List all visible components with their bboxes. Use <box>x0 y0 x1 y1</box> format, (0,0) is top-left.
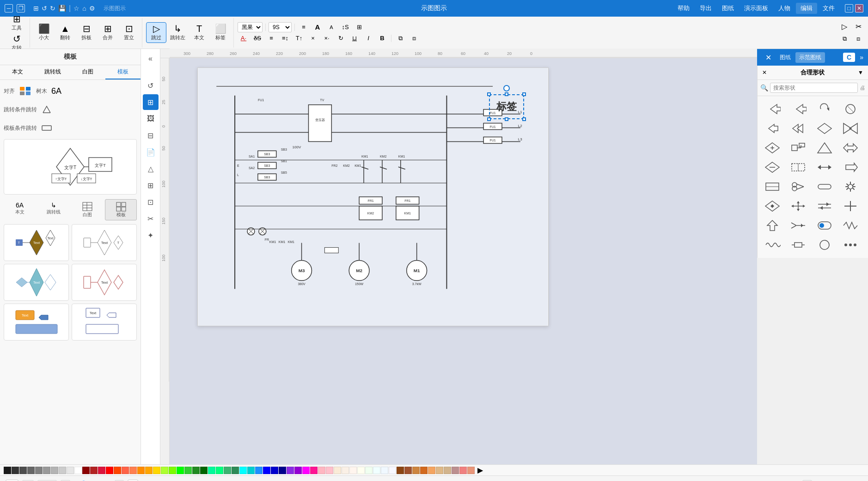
color-swatch[interactable] <box>51 467 58 474</box>
rs-shape-switch[interactable] <box>814 217 835 234</box>
font-size-down-btn[interactable]: A <box>325 22 337 32</box>
selected-text-element[interactable]: 标签 <box>493 98 520 116</box>
rs-shape-coil[interactable] <box>762 237 782 253</box>
rs-shape-arrow-combine[interactable] <box>788 217 808 234</box>
template-thumb-4[interactable]: Text <box>72 264 137 301</box>
shape-type-connector2[interactable]: ↳ 跳转线 <box>37 199 69 220</box>
close-btn[interactable]: ✕ <box>855 4 863 12</box>
maximize-btn[interactable]: □ <box>845 4 853 12</box>
color-swatch[interactable] <box>365 467 373 474</box>
text-color-btn[interactable]: A· <box>238 33 250 43</box>
color-swatch[interactable] <box>98 467 105 474</box>
sidebar-tab-text[interactable]: 本文 <box>0 65 35 79</box>
canvas-main[interactable]: FU1 L1 FU1 L2 FU1 L3 变压器 SB3 <box>170 58 757 464</box>
rs-shape-circle[interactable] <box>840 101 861 117</box>
delta-s-btn[interactable]: ↕S <box>339 22 351 32</box>
color-swatch[interactable] <box>247 467 255 474</box>
select-tool-btn[interactable]: ↺ <box>143 78 159 93</box>
sel-handle-rotate[interactable] <box>503 85 510 91</box>
color-swatch[interactable] <box>467 467 475 474</box>
expand-btn[interactable]: ⊞ <box>353 22 365 32</box>
connector-btn[interactable]: ↳ 跳转左 <box>167 23 188 43</box>
color-swatch[interactable] <box>224 467 231 474</box>
color-swatch[interactable] <box>373 467 380 474</box>
color-swatch[interactable] <box>412 467 420 474</box>
sel-handle-top[interactable] <box>505 92 508 96</box>
color-swatch[interactable] <box>12 467 19 474</box>
restore-btn[interactable]: ❐ <box>17 4 25 12</box>
table-tool-btn[interactable]: ⊞ <box>143 177 159 193</box>
sidebar-tab-table[interactable]: 白图 <box>70 65 105 79</box>
rs-shape-rect-connector[interactable] <box>788 140 808 156</box>
undo-icon[interactable]: ↺ <box>42 5 47 12</box>
color-swatch[interactable] <box>397 467 404 474</box>
color-swatch[interactable] <box>271 467 278 474</box>
color-swatch[interactable] <box>459 467 467 474</box>
rs-shape-resistor[interactable] <box>788 237 808 253</box>
nav-person[interactable]: 人物 <box>774 3 795 14</box>
color-swatch[interactable] <box>302 467 310 474</box>
color-swatch[interactable] <box>310 467 318 474</box>
color-swatch[interactable] <box>59 467 66 474</box>
color-swatch[interactable] <box>106 467 113 474</box>
rs-shape-arrow-left-outline[interactable] <box>788 101 808 117</box>
sel-handle-br[interactable] <box>522 117 526 121</box>
color-swatch[interactable] <box>114 467 121 474</box>
data-tool-btn[interactable]: 📄 <box>143 144 159 160</box>
rs-shape-diamond-outline[interactable] <box>814 120 835 137</box>
nav-file[interactable]: 文件 <box>818 3 839 14</box>
sidebar-tab-template[interactable]: 模板 <box>105 65 141 79</box>
sel-handle-bottom[interactable] <box>505 117 508 121</box>
color-swatch[interactable] <box>452 467 459 474</box>
rs-shape-arrow-small-left2[interactable] <box>788 120 808 137</box>
color-swatch[interactable] <box>216 467 223 474</box>
color-swatch[interactable] <box>27 467 35 474</box>
color-swatch[interactable] <box>255 467 263 474</box>
more-colors-btn[interactable]: ▶ <box>477 466 483 475</box>
scissors-btn[interactable]: ✂ <box>852 22 864 32</box>
color-swatch[interactable] <box>19 467 27 474</box>
print-icon[interactable]: 🖨 <box>860 85 865 91</box>
color-swatch[interactable] <box>82 467 90 474</box>
star-icon[interactable]: ☆ <box>73 5 79 12</box>
rs-shape-double-arrow[interactable] <box>814 159 835 176</box>
rs-shape-double-arrow-left[interactable] <box>840 140 861 156</box>
color-swatch[interactable] <box>263 467 270 474</box>
color-swatch[interactable] <box>177 467 184 474</box>
color-swatch[interactable] <box>153 467 160 474</box>
color-swatch[interactable] <box>4 467 11 474</box>
color-swatch[interactable] <box>381 467 388 474</box>
shape-type-table2[interactable]: 白图 <box>71 199 103 220</box>
rs-shape-arrow-up[interactable] <box>762 217 782 234</box>
rs-shape-zigzag[interactable] <box>840 217 861 234</box>
color-swatch[interactable] <box>404 467 412 474</box>
color-swatch[interactable] <box>232 467 239 474</box>
color-swatch[interactable] <box>137 467 145 474</box>
rs-shape-gear[interactable] <box>840 178 861 195</box>
color-swatch[interactable] <box>208 467 215 474</box>
template-thumb-6[interactable]: Text <box>72 304 137 341</box>
shape-grid[interactable] <box>17 84 34 98</box>
color-swatch[interactable] <box>294 467 302 474</box>
stats-tool-btn[interactable]: △ <box>143 161 159 177</box>
paste-style-btn[interactable]: ⧈ <box>408 33 420 43</box>
nav-export[interactable]: 导出 <box>695 3 716 14</box>
shape-tree[interactable]: 6A <box>49 84 64 98</box>
tool-btn[interactable]: ⊞ 工具 <box>6 13 27 33</box>
rs-shape-diamond-plus[interactable] <box>762 140 782 156</box>
superscript-btn[interactable]: T↑ <box>293 33 305 43</box>
redo-icon[interactable]: ↻ <box>50 5 55 12</box>
color-swatch[interactable] <box>318 467 325 474</box>
rs-shape-capsule[interactable] <box>814 178 835 195</box>
rs-shape-bowtie[interactable] <box>840 120 861 137</box>
rpt-shape-tab[interactable]: 示范图纸 <box>795 52 825 63</box>
wrap-btn[interactable]: ↻ <box>335 33 347 43</box>
underline-btn[interactable]: ⊔ <box>348 33 361 43</box>
rpt-panel-tab[interactable]: 图纸 <box>776 52 795 63</box>
resize-btn[interactable]: ⬛ 小大 <box>34 23 54 43</box>
clear-btn[interactable]: ×· <box>321 33 333 43</box>
indent-btn[interactable]: ≡ <box>265 33 277 43</box>
shapes-tool-btn[interactable]: ⊞ <box>143 94 159 110</box>
color-swatch[interactable] <box>326 467 333 474</box>
strikethrough-btn[interactable]: δS <box>251 33 263 43</box>
